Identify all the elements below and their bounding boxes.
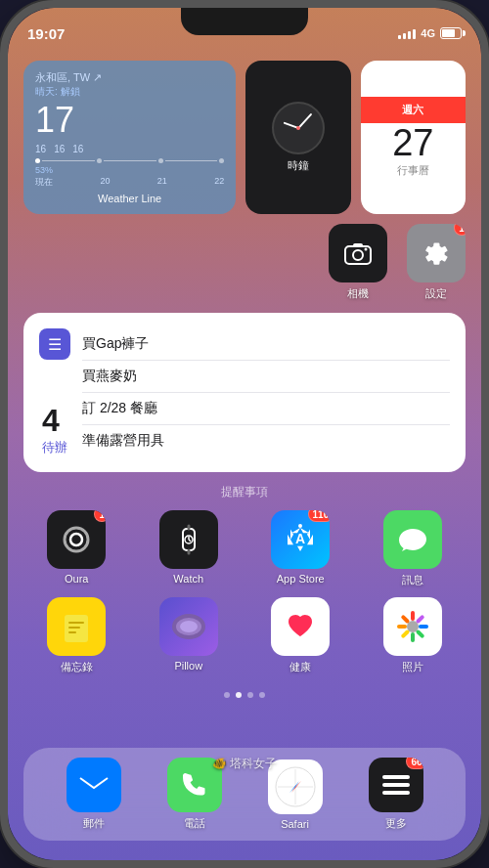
weather-condition: 晴天: 解鎖 [35, 85, 224, 99]
section-label: 提醒事項 [8, 484, 481, 500]
cal-day: 27 [392, 123, 433, 164]
watermark: 🐠 塔科女子 [212, 756, 277, 772]
svg-point-1 [353, 250, 363, 260]
phone-label: 電話 [184, 816, 205, 831]
photos-app-icon[interactable] [383, 597, 442, 656]
more-app-icon[interactable]: 66 [369, 758, 423, 812]
weather-timeline [35, 158, 224, 163]
camera-settings-row: 相機 1 設定 [8, 224, 481, 301]
messages-label: 訊息 [402, 573, 423, 587]
svg-point-5 [70, 534, 82, 545]
photos-app[interactable]: 照片 [364, 597, 463, 674]
forecast-item: 16 [54, 144, 65, 154]
forecast-item: 16 [35, 144, 46, 154]
health-label: 健康 [289, 660, 311, 674]
watch-label: Watch [173, 573, 203, 585]
phone-screen: 19:07 4G 永和區, T [8, 8, 481, 860]
settings-label: 設定 [425, 286, 447, 301]
notes-app-icon[interactable] [47, 597, 106, 656]
cal-header: 週六 [361, 97, 466, 123]
weather-hours: 現在 20 21 22 [35, 176, 224, 189]
health-app[interactable]: 健康 [251, 597, 350, 674]
settings-app-icon[interactable]: 1 [407, 224, 466, 282]
status-time: 19:07 [27, 25, 65, 42]
page-dots [8, 692, 481, 698]
watch-app-icon[interactable] [159, 510, 218, 569]
reminder-item-3: 訂 2/28 餐廳 [82, 393, 450, 425]
reminder-item-2: 買燕麥奶 [82, 361, 450, 393]
notes-app[interactable]: 備忘錄 [27, 597, 126, 674]
mail-app-icon[interactable] [67, 758, 121, 812]
settings-app-wrapper[interactable]: 1 設定 [407, 224, 466, 301]
reminders-app-icon: ☰ [39, 328, 70, 360]
clock-face [272, 102, 325, 154]
calendar-widget[interactable]: 週六 27 行事曆 [361, 61, 466, 214]
reminders-widget[interactable]: ☰ 4 待辦 買Gap褲子 買燕麥奶 訂 2/28 餐廳 準備露營用具 [23, 313, 466, 472]
camera-svg-icon [343, 239, 373, 268]
settings-badge: 1 [454, 224, 466, 236]
appstore-icon[interactable]: A 110 [271, 510, 330, 569]
mail-app[interactable]: 郵件 [67, 758, 121, 831]
appstore-logo: A [283, 522, 318, 557]
svg-rect-14 [68, 622, 84, 624]
signal-bar-3 [408, 31, 411, 39]
mail-logo [77, 768, 111, 802]
health-logo [283, 609, 318, 644]
pillow-app-icon[interactable] [159, 597, 218, 656]
svg-rect-29 [80, 775, 108, 795]
oura-icon[interactable]: 1 [47, 510, 106, 569]
safari-label: Safari [281, 818, 309, 830]
forecast-row: 16 16 16 [35, 144, 224, 154]
signal-bar-1 [398, 35, 401, 39]
safari-logo [274, 765, 317, 808]
app-grid-row2: 備忘錄 Pillow [8, 597, 481, 674]
oura-app[interactable]: 1 Oura [27, 510, 126, 587]
clock-label: 時鐘 [288, 158, 309, 173]
signal-bar-2 [403, 33, 406, 39]
reminders-content: ☰ 4 待辦 買Gap褲子 買燕麥奶 訂 2/28 餐廳 準備露營用具 [39, 328, 450, 456]
watch-logo [170, 521, 207, 558]
svg-point-3 [365, 248, 368, 251]
watch-app[interactable]: Watch [140, 510, 239, 587]
settings-gear-icon [419, 236, 454, 271]
camera-app-icon[interactable] [329, 224, 387, 282]
weather-location: 永和區, TW ↗ [35, 70, 224, 85]
page-dot-4 [259, 692, 265, 698]
svg-rect-15 [68, 627, 80, 629]
photos-label: 照片 [402, 660, 423, 674]
notes-logo [59, 609, 94, 644]
home-content: 永和區, TW ↗ 晴天: 解鎖 17 16 16 16 [8, 51, 481, 860]
pillow-app[interactable]: Pillow [140, 597, 239, 674]
clock-widget[interactable]: 時鐘 [245, 61, 350, 214]
svg-rect-37 [382, 783, 410, 787]
svg-line-11 [189, 540, 191, 542]
oura-badge: 1 [94, 510, 106, 522]
weather-humidity: 53% [35, 165, 224, 175]
widgets-row: 永和區, TW ↗ 晴天: 解鎖 17 16 16 16 [8, 51, 481, 224]
camera-label: 相機 [347, 286, 369, 301]
weather-widget[interactable]: 永和區, TW ↗ 晴天: 解鎖 17 16 16 16 [23, 61, 236, 214]
svg-rect-2 [353, 243, 363, 247]
forecast-item: 16 [72, 144, 83, 154]
phone-frame: 19:07 4G 永和區, T [0, 0, 489, 868]
page-dot-1 [224, 692, 230, 698]
oura-logo [58, 521, 95, 558]
messages-app[interactable]: 訊息 [364, 510, 463, 587]
svg-rect-16 [68, 631, 76, 633]
weather-widget-label: Weather Line [35, 193, 224, 204]
appstore-label: App Store [277, 573, 325, 585]
weather-temp: 17 [35, 103, 224, 138]
status-icons: 4G [398, 27, 462, 39]
phone-logo [179, 769, 210, 801]
svg-rect-38 [382, 791, 410, 795]
more-badge: 66 [406, 758, 422, 769]
reminders-count: 4 [42, 403, 67, 439]
messages-app-icon[interactable] [383, 510, 442, 569]
svg-rect-36 [382, 775, 410, 779]
more-app[interactable]: 66 更多 [369, 758, 423, 831]
health-app-icon[interactable] [271, 597, 330, 656]
svg-text:A: A [295, 531, 305, 546]
appstore-app[interactable]: A 110 App Store [251, 510, 350, 587]
camera-app-wrapper[interactable]: 相機 [329, 224, 387, 301]
notes-label: 備忘錄 [61, 660, 93, 674]
